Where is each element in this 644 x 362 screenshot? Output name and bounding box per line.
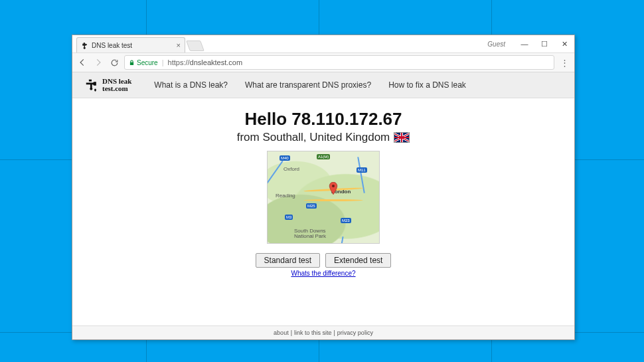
road-badge-m11: M11 bbox=[357, 167, 367, 173]
maximize-icon: ☐ bbox=[541, 40, 548, 48]
secure-label: Secure bbox=[137, 59, 158, 66]
road-badge-m23: M23 bbox=[341, 218, 351, 223]
map-road bbox=[303, 199, 363, 201]
page-content: DNS leak test.com What is a DNS leak? Wh… bbox=[72, 72, 574, 339]
map-label-southdowns: South Downs National Park bbox=[294, 228, 326, 239]
arrow-left-icon bbox=[78, 58, 87, 67]
url-host: dnsleaktest.com bbox=[190, 58, 242, 66]
difference-link[interactable]: Whats the difference? bbox=[291, 270, 355, 277]
footer-privacy[interactable]: privacy policy bbox=[337, 329, 373, 336]
ip-address: 78.110.172.67 bbox=[291, 109, 402, 129]
standard-test-button[interactable]: Standard test bbox=[256, 253, 320, 268]
faucet-icon bbox=[81, 41, 89, 49]
nav-link-fix[interactable]: How to fix a DNS leak bbox=[388, 80, 466, 90]
close-window-button[interactable]: ✕ bbox=[554, 37, 574, 51]
hello-prefix: Hello bbox=[244, 109, 291, 129]
nav-link-proxies[interactable]: What are transparent DNS proxies? bbox=[245, 80, 371, 90]
window-controls: Guest — ☐ ✕ bbox=[487, 35, 574, 52]
url-text: https://dnsleaktest.com bbox=[168, 58, 243, 66]
road-badge-m25: M25 bbox=[306, 203, 317, 209]
tab-title: DNS leak test bbox=[92, 42, 174, 49]
hello-heading: Hello 78.110.172.67 bbox=[244, 109, 402, 130]
lock-icon bbox=[129, 60, 135, 66]
uk-flag-icon bbox=[394, 132, 410, 143]
road-badge-m3: M3 bbox=[285, 215, 293, 220]
location-line: from Southall, United Kingdom bbox=[237, 131, 410, 144]
logo-text: DNS leak test.com bbox=[102, 78, 131, 92]
footer-sep: | bbox=[334, 329, 335, 336]
footer-about[interactable]: about bbox=[274, 329, 289, 336]
close-icon: ✕ bbox=[562, 40, 568, 48]
footer-link-to-site[interactable]: link to this site bbox=[294, 329, 332, 336]
reload-button[interactable] bbox=[108, 56, 120, 68]
svg-point-0 bbox=[94, 89, 96, 92]
nav-link-what-is[interactable]: What is a DNS leak? bbox=[154, 80, 228, 90]
url-field[interactable]: Secure | https://dnsleaktest.com bbox=[124, 55, 554, 70]
road-badge-m40: M40 bbox=[280, 155, 290, 161]
site-nav: DNS leak test.com What is a DNS leak? Wh… bbox=[72, 72, 574, 98]
kebab-icon: ⋮ bbox=[560, 58, 569, 68]
site-footer: about | link to this site | privacy poli… bbox=[72, 325, 574, 339]
new-tab-button[interactable] bbox=[186, 41, 204, 51]
minimize-icon: — bbox=[521, 40, 528, 48]
site-logo[interactable]: DNS leak test.com bbox=[84, 78, 137, 92]
minimize-button[interactable]: — bbox=[515, 37, 534, 51]
arrow-right-icon bbox=[94, 58, 103, 67]
back-button[interactable] bbox=[76, 56, 88, 68]
faucet-icon bbox=[84, 78, 99, 92]
forward-button[interactable] bbox=[92, 56, 104, 68]
guest-label: Guest bbox=[487, 41, 505, 48]
map-pin-icon bbox=[329, 182, 338, 191]
main-content: Hello 78.110.172.67 from Southall, Unite… bbox=[72, 98, 574, 325]
secure-indicator: Secure bbox=[129, 59, 158, 66]
road-badge-a1m: A1(M) bbox=[317, 154, 330, 159]
location-text: Southall, United Kingdom bbox=[262, 131, 390, 143]
footer-sep: | bbox=[291, 329, 292, 336]
close-tab-icon[interactable]: × bbox=[177, 41, 181, 49]
url-scheme: https:// bbox=[168, 58, 190, 66]
map-label-reading: Reading bbox=[276, 193, 295, 199]
window-titlebar: DNS leak test × Guest — ☐ ✕ bbox=[72, 35, 574, 53]
menu-button[interactable]: ⋮ bbox=[558, 56, 570, 68]
map-label-oxford: Oxford bbox=[283, 166, 299, 172]
maximize-button[interactable]: ☐ bbox=[534, 37, 554, 51]
browser-tab[interactable]: DNS leak test × bbox=[76, 37, 185, 52]
browser-window: DNS leak test × Guest — ☐ ✕ Secure | bbox=[72, 35, 575, 340]
reload-icon bbox=[110, 58, 119, 67]
logo-line2: test.com bbox=[102, 85, 131, 92]
from-prefix: from bbox=[237, 131, 263, 143]
divider: | bbox=[162, 58, 164, 66]
location-map[interactable]: M40 A1(M) M11 M25 M23 M3 Oxford Reading … bbox=[267, 151, 380, 244]
test-buttons: Standard test Extended test bbox=[256, 253, 392, 268]
extended-test-button[interactable]: Extended test bbox=[325, 253, 391, 268]
address-bar: Secure | https://dnsleaktest.com ⋮ bbox=[72, 53, 574, 72]
svg-point-1 bbox=[332, 185, 335, 187]
